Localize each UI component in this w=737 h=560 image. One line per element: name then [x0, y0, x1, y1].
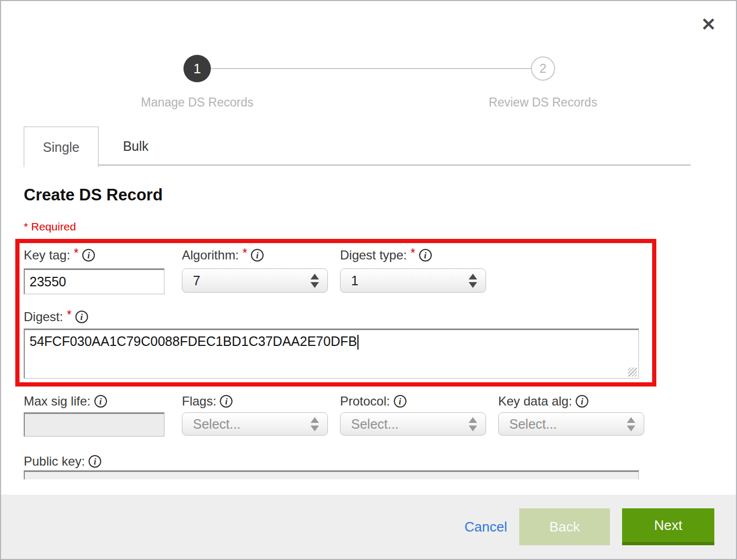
digest-value: 54FCF030AA1C79C0088FDEC1BD1C37DAA2E70DFB — [30, 334, 357, 349]
tab-single[interactable]: Single — [24, 127, 99, 167]
flags-label-text: Flags: — [182, 394, 216, 409]
digest-type-label-text: Digest type: — [340, 248, 407, 263]
algorithm-label: Algorithm: * i — [182, 247, 264, 263]
info-icon[interactable]: i — [419, 249, 432, 262]
algorithm-select-value: 7 — [193, 273, 311, 288]
stepper-step-1-circle: 1 — [183, 55, 211, 82]
spinner-arrows-icon — [469, 274, 477, 288]
public-key-textarea[interactable] — [24, 470, 639, 479]
protocol-select-value: Select... — [351, 417, 469, 432]
tab-bulk[interactable]: Bulk — [98, 127, 174, 166]
modal-footer: Cancel Back Next — [1, 495, 736, 559]
required-asterisk: * — [67, 308, 72, 322]
cancel-link[interactable]: Cancel — [464, 519, 507, 535]
protocol-select[interactable]: Select... — [340, 412, 486, 436]
key-data-alg-select-value: Select... — [509, 417, 627, 432]
info-icon[interactable]: i — [394, 395, 406, 408]
resize-handle-icon[interactable] — [628, 368, 637, 376]
required-asterisk: * — [411, 246, 415, 260]
key-tag-label: Key tag: * i — [24, 247, 95, 263]
info-icon[interactable]: i — [220, 395, 232, 408]
key-data-alg-label: Key data alg: i — [498, 393, 588, 409]
algorithm-select[interactable]: 7 — [182, 268, 328, 293]
info-icon[interactable]: i — [576, 395, 588, 408]
back-button[interactable]: Back — [519, 508, 610, 545]
info-icon[interactable]: i — [82, 249, 95, 262]
info-icon[interactable]: i — [251, 249, 264, 262]
protocol-label-text: Protocol: — [340, 394, 390, 409]
info-icon[interactable]: i — [94, 395, 107, 408]
create-ds-record-modal: ✕ 1 2 Manage DS Records Review DS Record… — [0, 0, 737, 560]
public-key-label: Public key: i — [24, 453, 101, 469]
required-note: * Required — [24, 220, 76, 233]
spinner-arrows-icon — [311, 417, 319, 431]
next-button[interactable]: Next — [622, 508, 714, 545]
flags-select-value: Select... — [193, 417, 311, 432]
protocol-label: Protocol: i — [340, 393, 406, 409]
stepper-step-1-label: Manage DS Records — [113, 95, 282, 110]
stepper-connector-line — [211, 68, 531, 69]
key-tag-label-text: Key tag: — [24, 248, 70, 263]
max-sig-life-label: Max sig life: i — [24, 393, 107, 409]
info-icon[interactable]: i — [89, 455, 101, 468]
spinner-arrows-icon — [311, 274, 319, 288]
digest-label-text: Digest: — [24, 310, 63, 324]
public-key-label-text: Public key: — [24, 454, 85, 469]
required-asterisk: * — [74, 246, 79, 260]
key-tag-input[interactable]: 23550 — [24, 268, 164, 294]
max-sig-life-label-text: Max sig life: — [24, 394, 91, 409]
stepper-step-2-label: Review DS Records — [459, 95, 627, 110]
flags-label: Flags: i — [182, 393, 232, 409]
digest-type-select[interactable]: 1 — [340, 268, 486, 293]
spinner-arrows-icon — [627, 417, 635, 431]
algorithm-label-text: Algorithm: — [182, 248, 239, 263]
digest-type-select-value: 1 — [351, 273, 469, 288]
key-data-alg-label-text: Key data alg: — [498, 394, 572, 409]
required-asterisk: * — [243, 246, 247, 260]
close-icon[interactable]: ✕ — [698, 14, 719, 35]
info-icon[interactable]: i — [75, 311, 88, 323]
page-title: Create DS Record — [24, 186, 163, 205]
text-caret — [357, 335, 358, 350]
spinner-arrows-icon — [469, 417, 477, 431]
digest-label: Digest: * i — [24, 309, 88, 325]
stepper-step-2-circle: 2 — [531, 56, 555, 81]
key-data-alg-select[interactable]: Select... — [498, 412, 644, 436]
digest-type-label: Digest type: * i — [340, 247, 432, 263]
max-sig-life-input[interactable] — [24, 412, 164, 437]
digest-textarea[interactable]: 54FCF030AA1C79C0088FDEC1BD1C37DAA2E70DFB — [24, 329, 639, 379]
flags-select[interactable]: Select... — [182, 412, 328, 436]
